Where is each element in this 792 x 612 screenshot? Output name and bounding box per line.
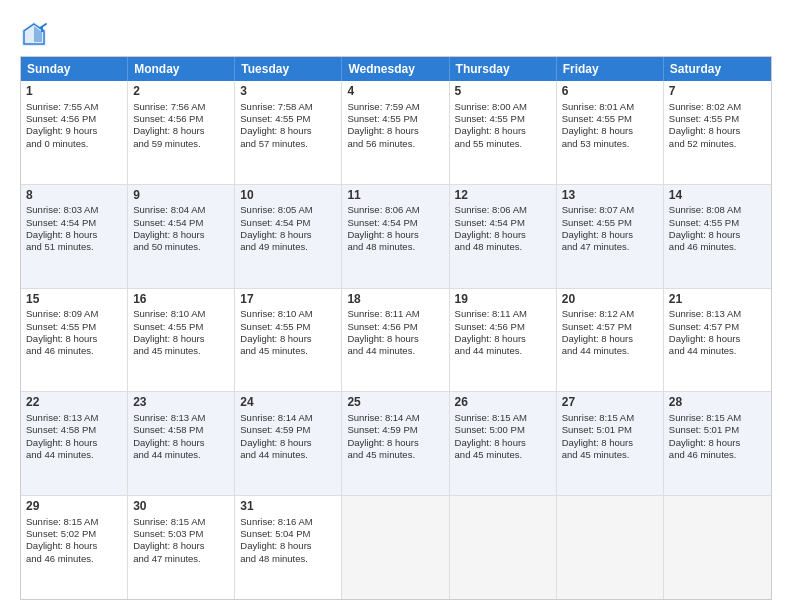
day-info-line: Sunset: 4:55 PM: [240, 113, 310, 124]
day-info-line: and 57 minutes.: [240, 138, 308, 149]
day-number: 20: [562, 292, 658, 308]
day-info-line: Daylight: 8 hours: [669, 125, 740, 136]
day-info-line: Daylight: 8 hours: [26, 540, 97, 551]
day-info-line: Sunset: 4:54 PM: [26, 217, 96, 228]
day-info-line: and 53 minutes.: [562, 138, 630, 149]
day-info-line: Sunset: 4:56 PM: [26, 113, 96, 124]
calendar-day-cell: 2Sunrise: 7:56 AMSunset: 4:56 PMDaylight…: [128, 81, 235, 184]
calendar-week-row: 29Sunrise: 8:15 AMSunset: 5:02 PMDayligh…: [21, 496, 771, 599]
day-info-line: Sunrise: 8:14 AM: [347, 412, 419, 423]
calendar-day-cell: 20Sunrise: 8:12 AMSunset: 4:57 PMDayligh…: [557, 289, 664, 392]
day-info-line: and 47 minutes.: [133, 553, 201, 564]
day-info-line: Sunset: 5:00 PM: [455, 424, 525, 435]
weekday-header: Wednesday: [342, 57, 449, 81]
day-info-line: Sunset: 5:03 PM: [133, 528, 203, 539]
day-info-line: Sunrise: 7:59 AM: [347, 101, 419, 112]
calendar-day-cell: 29Sunrise: 8:15 AMSunset: 5:02 PMDayligh…: [21, 496, 128, 599]
day-info-line: Sunset: 4:59 PM: [347, 424, 417, 435]
calendar-day-cell: 31Sunrise: 8:16 AMSunset: 5:04 PMDayligh…: [235, 496, 342, 599]
day-info-line: Sunrise: 8:00 AM: [455, 101, 527, 112]
day-number: 5: [455, 84, 551, 100]
day-info-line: Sunrise: 8:10 AM: [240, 308, 312, 319]
day-info-line: Daylight: 8 hours: [133, 540, 204, 551]
day-info-line: Daylight: 8 hours: [562, 229, 633, 240]
day-info-line: Sunset: 4:55 PM: [347, 113, 417, 124]
day-info-line: Sunset: 4:55 PM: [26, 321, 96, 332]
day-number: 31: [240, 499, 336, 515]
calendar-day-cell: 30Sunrise: 8:15 AMSunset: 5:03 PMDayligh…: [128, 496, 235, 599]
day-info-line: Sunrise: 8:15 AM: [26, 516, 98, 527]
logo: [20, 20, 52, 48]
day-number: 3: [240, 84, 336, 100]
day-info-line: Sunrise: 8:04 AM: [133, 204, 205, 215]
day-info-line: and 0 minutes.: [26, 138, 88, 149]
day-info-line: and 44 minutes.: [240, 449, 308, 460]
day-info-line: Sunset: 4:56 PM: [455, 321, 525, 332]
day-info-line: and 45 minutes.: [133, 345, 201, 356]
calendar-day-cell: [450, 496, 557, 599]
calendar-day-cell: 19Sunrise: 8:11 AMSunset: 4:56 PMDayligh…: [450, 289, 557, 392]
day-info-line: Sunrise: 8:02 AM: [669, 101, 741, 112]
day-number: 10: [240, 188, 336, 204]
day-info-line: Sunrise: 8:11 AM: [455, 308, 527, 319]
day-info-line: Sunrise: 7:55 AM: [26, 101, 98, 112]
calendar-day-cell: 15Sunrise: 8:09 AMSunset: 4:55 PMDayligh…: [21, 289, 128, 392]
day-info-line: Daylight: 8 hours: [455, 229, 526, 240]
day-number: 19: [455, 292, 551, 308]
day-info-line: Daylight: 8 hours: [133, 333, 204, 344]
day-info-line: Sunrise: 8:09 AM: [26, 308, 98, 319]
day-info-line: Sunset: 4:57 PM: [562, 321, 632, 332]
day-number: 30: [133, 499, 229, 515]
calendar-day-cell: 17Sunrise: 8:10 AMSunset: 4:55 PMDayligh…: [235, 289, 342, 392]
calendar-day-cell: 4Sunrise: 7:59 AMSunset: 4:55 PMDaylight…: [342, 81, 449, 184]
day-info-line: Sunrise: 8:13 AM: [133, 412, 205, 423]
day-info-line: Daylight: 8 hours: [240, 125, 311, 136]
calendar-week-row: 1Sunrise: 7:55 AMSunset: 4:56 PMDaylight…: [21, 81, 771, 185]
calendar-day-cell: 21Sunrise: 8:13 AMSunset: 4:57 PMDayligh…: [664, 289, 771, 392]
day-number: 22: [26, 395, 122, 411]
day-info-line: Daylight: 8 hours: [240, 540, 311, 551]
day-info-line: Sunset: 4:55 PM: [669, 217, 739, 228]
day-info-line: Sunset: 4:56 PM: [347, 321, 417, 332]
calendar-day-cell: 1Sunrise: 7:55 AMSunset: 4:56 PMDaylight…: [21, 81, 128, 184]
day-info-line: and 48 minutes.: [347, 241, 415, 252]
day-info-line: Sunrise: 8:01 AM: [562, 101, 634, 112]
day-number: 2: [133, 84, 229, 100]
day-info-line: Sunset: 4:55 PM: [562, 113, 632, 124]
day-info-line: Sunset: 4:54 PM: [240, 217, 310, 228]
day-info-line: and 44 minutes.: [562, 345, 630, 356]
day-info-line: Sunset: 5:02 PM: [26, 528, 96, 539]
day-info-line: Sunset: 4:55 PM: [562, 217, 632, 228]
day-info-line: Sunrise: 7:56 AM: [133, 101, 205, 112]
calendar-day-cell: 18Sunrise: 8:11 AMSunset: 4:56 PMDayligh…: [342, 289, 449, 392]
day-info-line: and 46 minutes.: [669, 241, 737, 252]
day-info-line: and 45 minutes.: [455, 449, 523, 460]
day-info-line: and 48 minutes.: [240, 553, 308, 564]
day-number: 11: [347, 188, 443, 204]
day-number: 1: [26, 84, 122, 100]
day-info-line: and 56 minutes.: [347, 138, 415, 149]
weekday-header: Tuesday: [235, 57, 342, 81]
day-info-line: Daylight: 8 hours: [240, 229, 311, 240]
calendar-day-cell: 14Sunrise: 8:08 AMSunset: 4:55 PMDayligh…: [664, 185, 771, 288]
day-info-line: Sunrise: 8:13 AM: [26, 412, 98, 423]
day-info-line: Sunset: 5:01 PM: [562, 424, 632, 435]
day-info-line: Sunset: 4:55 PM: [669, 113, 739, 124]
day-info-line: Sunrise: 8:06 AM: [455, 204, 527, 215]
calendar-day-cell: 11Sunrise: 8:06 AMSunset: 4:54 PMDayligh…: [342, 185, 449, 288]
weekday-header: Sunday: [21, 57, 128, 81]
day-info-line: Sunset: 4:55 PM: [133, 321, 203, 332]
day-number: 27: [562, 395, 658, 411]
day-info-line: Daylight: 8 hours: [347, 437, 418, 448]
calendar-day-cell: 12Sunrise: 8:06 AMSunset: 4:54 PMDayligh…: [450, 185, 557, 288]
logo-icon: [20, 20, 48, 48]
day-info-line: Sunset: 4:55 PM: [455, 113, 525, 124]
weekday-header: Monday: [128, 57, 235, 81]
day-info-line: Daylight: 8 hours: [347, 333, 418, 344]
day-info-line: Daylight: 8 hours: [455, 437, 526, 448]
day-info-line: and 45 minutes.: [347, 449, 415, 460]
day-info-line: and 47 minutes.: [562, 241, 630, 252]
calendar-day-cell: 24Sunrise: 8:14 AMSunset: 4:59 PMDayligh…: [235, 392, 342, 495]
calendar: SundayMondayTuesdayWednesdayThursdayFrid…: [20, 56, 772, 600]
day-info-line: Sunrise: 8:16 AM: [240, 516, 312, 527]
